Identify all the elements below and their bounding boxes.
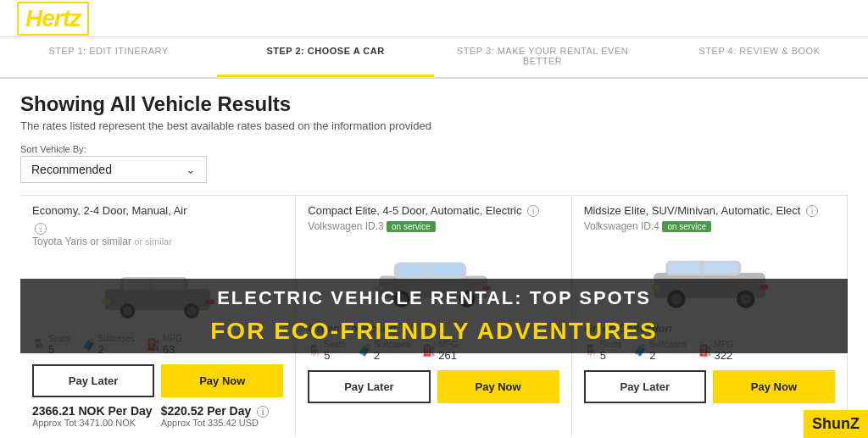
car-specs-1: 🪑 Seats 5 🧳 Suitcases 2 ⛽ M [32, 334, 283, 356]
svg-rect-8 [101, 300, 110, 304]
car-specs-2: 🪑 Seats 5 🧳 Suitcases 2 ⛽ M [308, 340, 559, 362]
spec-mpg-2: ⛽ MPG 261 [422, 340, 458, 362]
car-model-2: Volkswagen ID.3 on service [308, 220, 559, 236]
step-4[interactable]: STEP 4: REVIEW & BOOK [651, 37, 868, 77]
green-collection-badge-3: Green Collection [584, 322, 835, 335]
main-content: Showing All Vehicle Results The rates li… [0, 79, 868, 436]
pay-now-button-3[interactable]: Pay Now [713, 370, 835, 403]
step-3-label: MAKE YOUR RENTAL EVEN BETTER [498, 46, 629, 66]
svg-point-7 [187, 307, 197, 316]
svg-rect-29 [760, 285, 768, 289]
spec-mpg-1: ⛽ MPG 63 [147, 334, 182, 356]
spec-suitcases-1: 🧳 Suitcases 2 [82, 334, 135, 356]
svg-point-5 [123, 307, 132, 316]
pay-later-button-3[interactable]: Pay Later [584, 370, 706, 403]
price-now-block-1: $220.52 Per Day i Approx Tot 335.42 USD [161, 404, 270, 428]
info-icon-3[interactable]: i [806, 205, 818, 217]
chevron-down-icon: ⌄ [186, 163, 196, 176]
svg-point-15 [397, 294, 407, 304]
svg-rect-13 [430, 263, 464, 276]
sort-label: Sort Vehicle By: [20, 144, 848, 154]
car-card-2: Compact Elite, 4-5 Door, Automatic, Elec… [296, 196, 571, 436]
price-later-approx-1: Approx Tot 3471.00 NOK [32, 418, 153, 428]
info-icon-1[interactable]: i [35, 223, 47, 235]
step-3-num: STEP 3: [457, 46, 494, 56]
btn-row-3: Pay Later Pay Now [584, 370, 835, 403]
car-image-3 [584, 241, 835, 317]
price-now-approx-1: Approx Tot 335.42 USD [161, 418, 270, 428]
watermark: ShunZ [804, 410, 868, 438]
svg-rect-22 [669, 262, 700, 273]
pay-later-button-1[interactable]: Pay Later [32, 364, 154, 397]
svg-point-27 [740, 294, 750, 304]
car-image-1 [32, 252, 283, 329]
header: Hertz [0, 0, 868, 37]
car-card-3: Midsize Elite, SUV/Minivan, Automatic, E… [572, 196, 848, 436]
spec-seats-3: 🪑 Seats 5 [584, 340, 622, 362]
spec-seats-1: 🪑 Seats 5 [32, 334, 70, 356]
svg-rect-23 [704, 262, 738, 273]
step-2-num: STEP 2: [266, 46, 304, 56]
pay-now-button-2[interactable]: Pay Now [437, 370, 559, 403]
step-1-num: STEP 1: [48, 46, 86, 56]
price-row-1: 2366.21 NOK Per Day Approx Tot 3471.00 N… [32, 404, 283, 428]
pay-now-button-1[interactable]: Pay Now [161, 364, 283, 397]
spec-seats-2: 🪑 Seats 5 [308, 340, 346, 362]
step-4-label: REVIEW & BOOK [739, 46, 820, 56]
cars-grid: Economy, 2-4 Door, Manual, Air i Toyota … [20, 195, 848, 436]
spec-suitcases-3: 🧳 Suitcases 2 [633, 340, 686, 362]
car-model-3: Volkswagen ID.4 on service [584, 220, 835, 236]
spec-mpg-3: ⛽ MPG 322 [698, 340, 734, 362]
page-title: Showing All Vehicle Results [20, 92, 848, 116]
steps-bar: STEP 1: EDIT ITINERARY STEP 2: CHOOSE A … [0, 37, 868, 79]
svg-rect-12 [398, 263, 428, 276]
car-card-1: Economy, 2-4 Door, Manual, Air i Toyota … [20, 196, 296, 436]
hertz-logo: Hertz [17, 2, 89, 36]
sort-value: Recommended [31, 163, 112, 176]
svg-rect-2 [123, 279, 149, 290]
car-image-2 [308, 241, 559, 317]
spec-suitcases-2: 🧳 Suitcases 2 [358, 340, 410, 362]
step-1-label: EDIT ITINERARY [89, 46, 168, 56]
pay-later-button-2[interactable]: Pay Later [308, 370, 430, 403]
info-icon-2[interactable]: i [527, 205, 539, 217]
car-type-3: Midsize Elite, SUV/Minivan, Automatic, E… [584, 204, 835, 219]
price-later-main-1: 2366.21 NOK Per Day [32, 404, 153, 418]
sort-dropdown[interactable]: Recommended ⌄ [20, 156, 207, 183]
svg-rect-28 [650, 285, 659, 289]
step-2-label: CHOOSE A CAR [308, 46, 385, 56]
car-model-1: Toyota Yaris or similar or similar [32, 236, 283, 247]
svg-point-17 [462, 294, 472, 304]
page-subtitle: The rates listed represent the best avai… [20, 119, 848, 132]
svg-rect-19 [483, 286, 491, 290]
svg-rect-3 [152, 279, 185, 290]
price-now-main-1: $220.52 Per Day i [161, 404, 270, 418]
availability-tag-2: on service [387, 221, 436, 232]
car-type-1: Economy, 2-4 Door, Manual, Air [32, 204, 283, 219]
availability-tag-3: on service [662, 221, 711, 232]
step-4-num: STEP 4: [699, 46, 737, 56]
svg-point-25 [670, 294, 681, 304]
svg-rect-9 [205, 300, 214, 304]
car-type-2: Compact Elite, 4-5 Door, Automatic, Elec… [308, 204, 559, 219]
step-2[interactable]: STEP 2: CHOOSE A CAR [217, 37, 434, 77]
step-1[interactable]: STEP 1: EDIT ITINERARY [0, 37, 217, 77]
car-specs-3: 🪑 Seats 5 🧳 Suitcases 2 ⛽ M [584, 340, 835, 362]
price-info-icon-1[interactable]: i [257, 406, 269, 418]
step-3[interactable]: STEP 3: MAKE YOUR RENTAL EVEN BETTER [434, 37, 651, 77]
btn-row-1: Pay Later Pay Now [32, 364, 283, 397]
sort-section: Sort Vehicle By: Recommended ⌄ [20, 144, 848, 183]
price-later-block-1: 2366.21 NOK Per Day Approx Tot 3471.00 N… [32, 404, 153, 428]
green-collection-badge-2: Green Collection [308, 322, 559, 335]
svg-rect-18 [376, 286, 384, 290]
btn-row-2: Pay Later Pay Now [308, 370, 559, 403]
